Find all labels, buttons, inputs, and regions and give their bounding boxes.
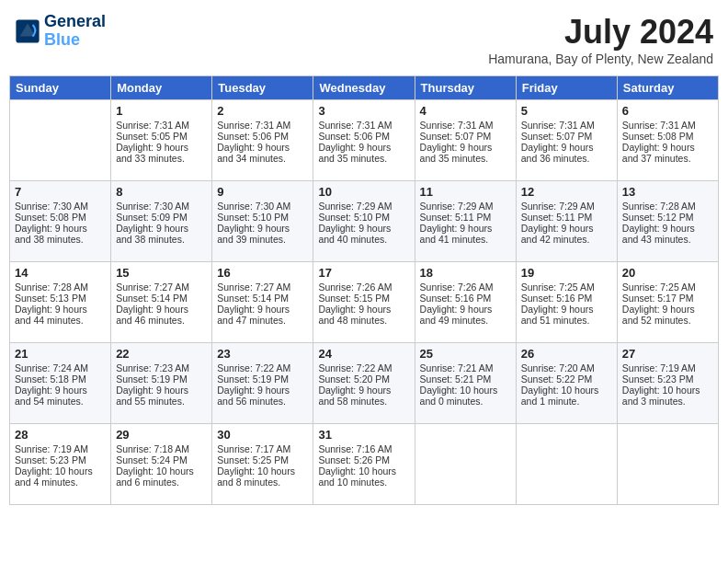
calendar-cell: 29Sunrise: 7:18 AMSunset: 5:24 PMDayligh…: [111, 424, 212, 505]
sunset-text: Sunset: 5:07 PM: [420, 131, 511, 142]
sunrise-text: Sunrise: 7:20 AM: [521, 362, 612, 373]
calendar-cell: 28Sunrise: 7:19 AMSunset: 5:23 PMDayligh…: [10, 424, 111, 505]
daylight-text: Daylight: 9 hours and 42 minutes.: [521, 223, 612, 245]
week-row-2: 7Sunrise: 7:30 AMSunset: 5:08 PMDaylight…: [10, 181, 719, 262]
sunrise-text: Sunrise: 7:25 AM: [521, 282, 612, 293]
day-number: 19: [521, 266, 612, 280]
sunrise-text: Sunrise: 7:31 AM: [622, 120, 713, 131]
daylight-text: Daylight: 10 hours and 10 minutes.: [318, 465, 409, 488]
sunset-text: Sunset: 5:19 PM: [116, 373, 207, 385]
daylight-text: Daylight: 9 hours and 55 minutes.: [116, 385, 207, 407]
sunset-text: Sunset: 5:13 PM: [15, 293, 106, 304]
calendar-cell: 22Sunrise: 7:23 AMSunset: 5:19 PMDayligh…: [111, 343, 212, 424]
calendar-cell: 8Sunrise: 7:30 AMSunset: 5:09 PMDaylight…: [111, 181, 212, 262]
sunset-text: Sunset: 5:15 PM: [318, 293, 409, 304]
calendar-cell: 31Sunrise: 7:16 AMSunset: 5:26 PMDayligh…: [313, 424, 415, 505]
day-number: 14: [15, 266, 106, 280]
day-number: 15: [116, 266, 207, 280]
sunset-text: Sunset: 5:22 PM: [521, 373, 612, 385]
calendar-cell: 20Sunrise: 7:25 AMSunset: 5:17 PMDayligh…: [617, 262, 718, 343]
daylight-text: Daylight: 9 hours and 38 minutes.: [15, 223, 106, 245]
sunset-text: Sunset: 5:25 PM: [217, 454, 308, 465]
sunset-text: Sunset: 5:08 PM: [15, 212, 106, 223]
calendar-cell: 7Sunrise: 7:30 AMSunset: 5:08 PMDaylight…: [10, 181, 111, 262]
sunset-text: Sunset: 5:20 PM: [318, 373, 409, 385]
day-number: 22: [116, 347, 207, 361]
calendar-cell: 15Sunrise: 7:27 AMSunset: 5:14 PMDayligh…: [111, 262, 212, 343]
day-number: 20: [622, 266, 713, 280]
header-saturday: Saturday: [617, 76, 718, 100]
sunset-text: Sunset: 5:18 PM: [15, 373, 106, 385]
day-number: 6: [622, 104, 713, 118]
daylight-text: Daylight: 9 hours and 35 minutes.: [420, 142, 511, 164]
day-number: 28: [15, 428, 106, 442]
calendar-table: SundayMondayTuesdayWednesdayThursdayFrid…: [9, 75, 719, 505]
daylight-text: Daylight: 9 hours and 52 minutes.: [622, 304, 713, 326]
day-number: 24: [318, 347, 409, 361]
day-number: 16: [217, 266, 308, 280]
sunset-text: Sunset: 5:12 PM: [622, 212, 713, 223]
week-row-4: 21Sunrise: 7:24 AMSunset: 5:18 PMDayligh…: [10, 343, 719, 424]
daylight-text: Daylight: 9 hours and 39 minutes.: [217, 223, 308, 245]
sunrise-text: Sunrise: 7:30 AM: [15, 201, 106, 212]
sunset-text: Sunset: 5:23 PM: [15, 454, 106, 465]
day-number: 29: [116, 428, 207, 442]
title-section: July 2024 Hamurana, Bay of Plenty, New Z…: [488, 13, 713, 66]
calendar-cell: 26Sunrise: 7:20 AMSunset: 5:22 PMDayligh…: [516, 343, 617, 424]
sunrise-text: Sunrise: 7:18 AM: [116, 443, 207, 454]
day-number: 1: [116, 104, 207, 118]
sunset-text: Sunset: 5:11 PM: [521, 212, 612, 223]
sunrise-text: Sunrise: 7:27 AM: [217, 282, 308, 293]
sunset-text: Sunset: 5:05 PM: [116, 131, 207, 142]
calendar-cell: 18Sunrise: 7:26 AMSunset: 5:16 PMDayligh…: [415, 262, 516, 343]
daylight-text: Daylight: 9 hours and 33 minutes.: [116, 142, 207, 164]
calendar-cell: [415, 424, 516, 505]
daylight-text: Daylight: 9 hours and 36 minutes.: [521, 142, 612, 164]
sunrise-text: Sunrise: 7:29 AM: [420, 201, 511, 212]
calendar-header-row: SundayMondayTuesdayWednesdayThursdayFrid…: [10, 76, 719, 100]
daylight-text: Daylight: 10 hours and 3 minutes.: [622, 385, 713, 407]
daylight-text: Daylight: 10 hours and 6 minutes.: [116, 465, 207, 488]
sunrise-text: Sunrise: 7:22 AM: [318, 362, 409, 373]
daylight-text: Daylight: 9 hours and 44 minutes.: [15, 304, 106, 326]
calendar-cell: 4Sunrise: 7:31 AMSunset: 5:07 PMDaylight…: [415, 100, 516, 181]
sunset-text: Sunset: 5:16 PM: [521, 293, 612, 304]
calendar-cell: 9Sunrise: 7:30 AMSunset: 5:10 PMDaylight…: [212, 181, 313, 262]
calendar-cell: 12Sunrise: 7:29 AMSunset: 5:11 PMDayligh…: [516, 181, 617, 262]
sunrise-text: Sunrise: 7:19 AM: [15, 443, 106, 454]
day-number: 11: [420, 185, 511, 199]
header-tuesday: Tuesday: [212, 76, 313, 100]
day-number: 31: [318, 428, 409, 442]
daylight-text: Daylight: 9 hours and 54 minutes.: [15, 385, 106, 407]
calendar-cell: 1Sunrise: 7:31 AMSunset: 5:05 PMDaylight…: [111, 100, 212, 181]
calendar-cell: 21Sunrise: 7:24 AMSunset: 5:18 PMDayligh…: [10, 343, 111, 424]
sunset-text: Sunset: 5:17 PM: [622, 293, 713, 304]
day-number: 4: [420, 104, 511, 118]
day-number: 25: [420, 347, 511, 361]
calendar-cell: 23Sunrise: 7:22 AMSunset: 5:19 PMDayligh…: [212, 343, 313, 424]
week-row-3: 14Sunrise: 7:28 AMSunset: 5:13 PMDayligh…: [10, 262, 719, 343]
logo-line1: General: [44, 13, 106, 31]
sunrise-text: Sunrise: 7:16 AM: [318, 443, 409, 454]
calendar-cell: 6Sunrise: 7:31 AMSunset: 5:08 PMDaylight…: [617, 100, 718, 181]
sunrise-text: Sunrise: 7:26 AM: [318, 282, 409, 293]
sunrise-text: Sunrise: 7:28 AM: [622, 201, 713, 212]
sunrise-text: Sunrise: 7:29 AM: [318, 201, 409, 212]
calendar-cell: 16Sunrise: 7:27 AMSunset: 5:14 PMDayligh…: [212, 262, 313, 343]
calendar-cell: 2Sunrise: 7:31 AMSunset: 5:06 PMDaylight…: [212, 100, 313, 181]
day-number: 3: [318, 104, 409, 118]
daylight-text: Daylight: 9 hours and 46 minutes.: [116, 304, 207, 326]
header-monday: Monday: [111, 76, 212, 100]
calendar-cell: 27Sunrise: 7:19 AMSunset: 5:23 PMDayligh…: [617, 343, 718, 424]
calendar-cell: 25Sunrise: 7:21 AMSunset: 5:21 PMDayligh…: [415, 343, 516, 424]
sunset-text: Sunset: 5:19 PM: [217, 373, 308, 385]
sunrise-text: Sunrise: 7:31 AM: [116, 120, 207, 131]
calendar-cell: [10, 100, 111, 181]
day-number: 23: [217, 347, 308, 361]
sunset-text: Sunset: 5:23 PM: [622, 373, 713, 385]
sunrise-text: Sunrise: 7:29 AM: [521, 201, 612, 212]
calendar-cell: [617, 424, 718, 505]
sunrise-text: Sunrise: 7:24 AM: [15, 362, 106, 373]
sunrise-text: Sunrise: 7:22 AM: [217, 362, 308, 373]
daylight-text: Daylight: 9 hours and 58 minutes.: [318, 385, 409, 407]
